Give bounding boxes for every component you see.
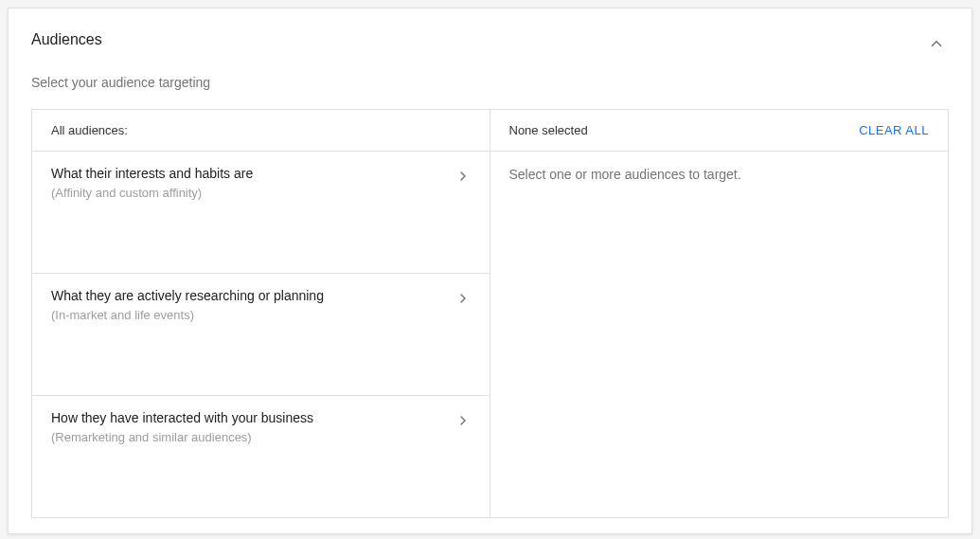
selected-count-label: None selected <box>509 123 588 137</box>
category-interests-habits[interactable]: What their interests and habits are (Aff… <box>32 152 490 274</box>
category-researching-planning[interactable]: What they are actively researching or pl… <box>32 274 490 396</box>
card-title: Audiences <box>31 31 102 48</box>
selected-audiences-header: None selected CLEAR ALL <box>490 110 949 152</box>
collapse-button[interactable] <box>924 31 949 56</box>
card-subtitle: Select your audience targeting <box>31 75 949 90</box>
chevron-right-icon <box>455 291 471 306</box>
category-title: How they have interacted with your busin… <box>51 409 455 428</box>
chevron-right-icon <box>455 169 471 184</box>
category-subtitle: (Remarketing and similar audiences) <box>51 429 455 446</box>
panels-container: All audiences: What their interests and … <box>31 109 949 518</box>
category-business-interaction[interactable]: How they have interacted with your busin… <box>32 396 490 517</box>
clear-all-button[interactable]: CLEAR ALL <box>859 123 929 137</box>
category-text: How they have interacted with your busin… <box>51 409 455 446</box>
category-subtitle: (In-market and life events) <box>51 307 455 324</box>
card-header: Audiences <box>31 31 949 56</box>
audiences-card: Audiences Select your audience targeting… <box>8 8 972 534</box>
category-subtitle: (Affinity and custom affinity) <box>51 185 455 202</box>
chevron-right-icon <box>455 413 471 428</box>
audience-category-list: What their interests and habits are (Aff… <box>32 152 490 517</box>
category-text: What they are actively researching or pl… <box>51 287 455 324</box>
empty-selection-text: Select one or more audiences to target. <box>490 152 949 197</box>
all-audiences-header-label: All audiences: <box>51 123 128 137</box>
all-audiences-panel: All audiences: What their interests and … <box>32 110 490 517</box>
chevron-up-icon <box>928 35 945 52</box>
selected-audiences-panel: None selected CLEAR ALL Select one or mo… <box>490 110 949 517</box>
category-title: What they are actively researching or pl… <box>51 287 455 306</box>
category-title: What their interests and habits are <box>51 165 455 184</box>
category-text: What their interests and habits are (Aff… <box>51 165 455 202</box>
all-audiences-header: All audiences: <box>32 110 490 152</box>
